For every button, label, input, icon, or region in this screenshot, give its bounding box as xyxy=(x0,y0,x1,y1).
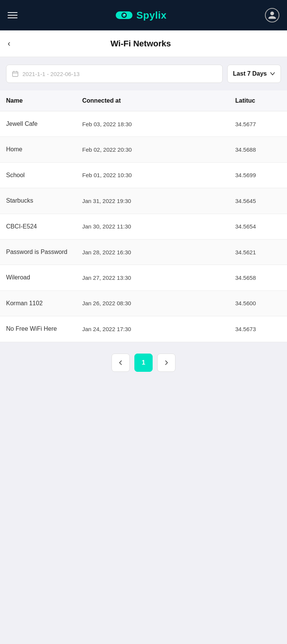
col-latitude: Latituc xyxy=(235,97,281,104)
back-button[interactable]: ‹ xyxy=(8,39,10,49)
cell-name: Password is Password xyxy=(6,248,82,256)
chevron-down-icon xyxy=(270,71,275,76)
cell-name: Wileroad xyxy=(6,273,82,282)
col-connected-at: Connected at xyxy=(82,97,235,104)
col-name: Name xyxy=(6,97,82,104)
cell-name: CBCI-E524 xyxy=(6,222,82,231)
table-row: Starbucks Jan 31, 2022 19:30 34.5645 xyxy=(0,188,287,214)
cell-latitude: 34.5673 xyxy=(235,325,281,333)
table-row: Jewell Cafe Feb 03, 2022 18:30 34.5677 xyxy=(0,111,287,137)
app-header: Spylix xyxy=(0,0,287,30)
filter-bar: 2021-1-1 - 2022-06-13 Last 7 Days xyxy=(0,57,287,90)
chevron-right-icon xyxy=(164,360,169,365)
table-row: School Feb 01, 2022 10:30 34.5699 xyxy=(0,163,287,188)
date-range-text: 2021-1-1 - 2022-06-13 xyxy=(22,71,80,77)
logo-text: Spylix xyxy=(136,10,167,21)
cell-connected-at: Jan 26, 2022 08:30 xyxy=(82,299,235,307)
cell-latitude: 34.5688 xyxy=(235,146,281,154)
wifi-table: Name Connected at Latituc Jewell Cafe Fe… xyxy=(0,90,287,342)
cell-name: School xyxy=(6,171,82,179)
user-icon xyxy=(268,11,277,20)
logo-icon xyxy=(116,10,132,20)
days-filter-label: Last 7 Days xyxy=(233,70,267,77)
menu-button[interactable] xyxy=(8,12,18,18)
svg-rect-4 xyxy=(13,72,18,77)
user-avatar[interactable] xyxy=(265,8,279,22)
cell-connected-at: Jan 28, 2022 16:30 xyxy=(82,248,235,256)
prev-page-button[interactable] xyxy=(112,354,130,372)
table-row: Korman 1102 Jan 26, 2022 08:30 34.5600 xyxy=(0,291,287,316)
table-row: Wileroad Jan 27, 2022 13:30 34.5658 xyxy=(0,265,287,290)
days-filter-dropdown[interactable]: Last 7 Days xyxy=(227,65,281,83)
table-header: Name Connected at Latituc xyxy=(0,90,287,111)
svg-point-3 xyxy=(124,14,126,15)
chevron-left-icon xyxy=(118,360,123,365)
cell-name: Korman 1102 xyxy=(6,299,82,308)
title-bar: ‹ Wi-Fi Networks xyxy=(0,30,287,57)
cell-connected-at: Jan 30, 2022 11:30 xyxy=(82,222,235,230)
pagination: 1 xyxy=(0,342,287,383)
cell-latitude: 34.5699 xyxy=(235,171,281,179)
table-row: CBCI-E524 Jan 30, 2022 11:30 34.5654 xyxy=(0,214,287,240)
cell-connected-at: Jan 27, 2022 13:30 xyxy=(82,274,235,282)
cell-latitude: 34.5600 xyxy=(235,299,281,307)
table-body: Jewell Cafe Feb 03, 2022 18:30 34.5677 H… xyxy=(0,111,287,342)
cell-name: Home xyxy=(6,145,82,154)
cell-name: Starbucks xyxy=(6,197,82,205)
date-range-input[interactable]: 2021-1-1 - 2022-06-13 xyxy=(6,65,223,83)
cell-connected-at: Feb 02, 2022 20:30 xyxy=(82,146,235,154)
cell-latitude: 34.5677 xyxy=(235,120,281,128)
cell-connected-at: Jan 31, 2022 19:30 xyxy=(82,197,235,205)
table-row: No Free WiFi Here Jan 24, 2022 17:30 34.… xyxy=(0,316,287,342)
calendar-icon xyxy=(12,70,19,77)
page-title: Wi-Fi Networks xyxy=(16,39,265,49)
cell-name: Jewell Cafe xyxy=(6,120,82,128)
table-row: Home Feb 02, 2022 20:30 34.5688 xyxy=(0,137,287,162)
cell-latitude: 34.5645 xyxy=(235,197,281,205)
app-logo: Spylix xyxy=(116,10,167,21)
cell-latitude: 34.5654 xyxy=(235,222,281,230)
table-row: Password is Password Jan 28, 2022 16:30 … xyxy=(0,240,287,265)
cell-connected-at: Jan 24, 2022 17:30 xyxy=(82,325,235,333)
next-page-button[interactable] xyxy=(157,354,175,372)
cell-connected-at: Feb 01, 2022 10:30 xyxy=(82,171,235,179)
page-1-button[interactable]: 1 xyxy=(134,354,153,372)
cell-connected-at: Feb 03, 2022 18:30 xyxy=(82,120,235,128)
cell-latitude: 34.5658 xyxy=(235,274,281,282)
cell-latitude: 34.5621 xyxy=(235,248,281,256)
cell-name: No Free WiFi Here xyxy=(6,325,82,333)
